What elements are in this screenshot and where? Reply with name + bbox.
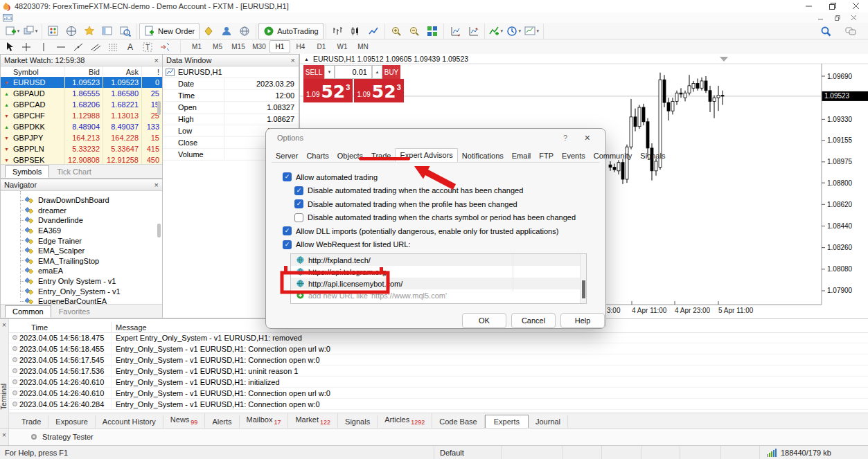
market-watch-row[interactable]: ▲GBPAUD1.865551.8658025 xyxy=(1,88,162,99)
new-chart-button[interactable]: ▾ xyxy=(3,23,21,39)
terminal-log-row[interactable]: 2023.04.05 14:56:18.455Entry_Only_System… xyxy=(9,343,868,354)
bar-chart-button[interactable] xyxy=(328,23,346,39)
close-icon[interactable]: × xyxy=(2,431,6,439)
column-time[interactable]: Time xyxy=(9,323,111,332)
navigator-item[interactable]: EMA_TrailingStop xyxy=(1,256,162,267)
market-watch-row[interactable]: ▲GBPDKK8.489048.49037133 xyxy=(1,121,162,132)
url-row[interactable]: http://fxpland.tech/ xyxy=(291,254,586,266)
crosshair-tool-button[interactable] xyxy=(17,40,35,53)
arrange-left-button[interactable] xyxy=(446,23,464,39)
add-url-row[interactable]: add new URL like 'https://www.mql5.com' xyxy=(291,289,586,301)
zoom-in-button[interactable] xyxy=(387,23,405,39)
profile-indicator[interactable]: Default xyxy=(434,446,501,459)
templates-button[interactable]: ▾ xyxy=(523,23,541,39)
terminal-tab-journal[interactable]: Journal xyxy=(529,415,568,428)
autotrading-button[interactable]: AutoTrading xyxy=(258,23,324,39)
close-button[interactable] xyxy=(844,0,868,12)
column-bid[interactable]: Bid xyxy=(64,66,103,77)
close-icon[interactable]: × xyxy=(154,57,159,64)
text-tool-button[interactable]: A xyxy=(121,40,139,53)
navigator-item[interactable]: DrawDownDshBoard xyxy=(1,195,162,206)
dialog-tab-notifications[interactable]: Notifications xyxy=(458,150,508,162)
market-watch-button[interactable] xyxy=(44,23,62,39)
terminal-tab-trade[interactable]: Trade xyxy=(15,415,48,428)
maximize-button[interactable] xyxy=(821,0,844,12)
search-icon[interactable] xyxy=(817,23,835,39)
mdi-restore-button[interactable] xyxy=(832,14,843,21)
market-watch-row[interactable]: ▲GBPCAD1.682061.6822115 xyxy=(1,99,162,110)
checkbox-checked[interactable]: ✓ xyxy=(283,240,292,249)
indicators-button[interactable]: ▾ xyxy=(487,23,505,39)
chevron-down-icon[interactable]: ▾ xyxy=(536,28,539,34)
scrollbar[interactable] xyxy=(157,101,161,115)
arrange-right-button[interactable] xyxy=(464,23,482,39)
terminal-tab-account-history[interactable]: Account History xyxy=(96,415,163,428)
dialog-tab-trade[interactable]: Trade xyxy=(367,150,395,162)
terminal-log-row[interactable]: 2023.04.05 14:56:18.475Expert Entry_Only… xyxy=(9,332,868,343)
sell-price-display[interactable]: 1.09523 xyxy=(303,79,353,102)
help-button[interactable]: Help xyxy=(560,313,605,328)
timeframe-m5[interactable]: M5 xyxy=(207,40,228,53)
tab-tick-chart[interactable]: Tick Chart xyxy=(49,165,99,178)
terminal-log-row[interactable]: 2023.04.05 14:56:17.536Entry_Only_System… xyxy=(9,366,868,377)
url-list-scrollbar[interactable] xyxy=(580,254,586,303)
column-spread[interactable]: ! xyxy=(141,66,162,77)
profiles-button[interactable]: ▾ xyxy=(21,23,39,39)
close-icon[interactable]: × xyxy=(2,321,6,329)
terminal-tab-news[interactable]: News99 xyxy=(163,413,206,428)
market-watch-row[interactable]: ▼GBPCHF1.129881.1301325 xyxy=(1,110,162,121)
terminal-tab-code-base[interactable]: Code Base xyxy=(432,415,484,428)
dialog-tab-signals[interactable]: Signals xyxy=(636,150,669,162)
horizontal-line-tool-button[interactable] xyxy=(52,40,69,53)
url-row-highlighted[interactable]: http://api.licensemybot.com/ xyxy=(291,278,586,289)
dialog-tab-events[interactable]: Events xyxy=(558,150,590,162)
timeframe-m1[interactable]: M1 xyxy=(186,40,207,53)
column-ask[interactable]: Ask xyxy=(103,66,141,77)
terminal-log-row[interactable]: 2023.04.05 14:26:40.284Entry_Only_System… xyxy=(9,399,868,410)
new-order-button[interactable]: New Order xyxy=(139,23,200,39)
url-row[interactable]: https://api.telegram.org xyxy=(291,266,586,278)
globe-button[interactable] xyxy=(236,23,254,39)
dialog-tab-ftp[interactable]: FTP xyxy=(535,150,558,162)
chevron-down-icon[interactable]: ▾ xyxy=(17,28,20,34)
cursor-tool-button[interactable] xyxy=(0,40,17,53)
strategy-tester-label[interactable]: Strategy Tester xyxy=(42,433,94,441)
label-tool-button[interactable]: T xyxy=(139,40,156,53)
navigator-item[interactable]: Dvanderlinde xyxy=(1,215,162,226)
navigator-item[interactable]: emaEA xyxy=(1,266,162,276)
timeframe-h4[interactable]: H4 xyxy=(290,40,311,53)
timeframe-h1[interactable]: H1 xyxy=(269,40,290,53)
terminal-tab-market[interactable]: Market122 xyxy=(288,413,338,428)
dialog-close-button[interactable]: × xyxy=(585,132,590,143)
chevron-down-icon[interactable]: ▾ xyxy=(35,28,38,34)
minimize-button[interactable] xyxy=(797,0,821,12)
checkbox-checked[interactable]: ✓ xyxy=(294,186,303,195)
checkbox-checked[interactable]: ✓ xyxy=(294,199,303,208)
checkbox-checked[interactable]: ✓ xyxy=(283,172,292,181)
candle-chart-button[interactable] xyxy=(346,23,364,39)
checkbox-unchecked[interactable] xyxy=(294,213,303,222)
collapse-icon[interactable]: ▲ xyxy=(304,57,309,62)
close-icon[interactable]: × xyxy=(154,181,159,189)
chevron-down-icon[interactable]: ▾ xyxy=(518,28,521,34)
chevron-down-icon[interactable]: ▾ xyxy=(500,28,503,34)
navigator-item[interactable]: EMA_Scalper xyxy=(1,246,162,256)
chat-icon[interactable] xyxy=(842,23,860,39)
periods-button[interactable]: ▾ xyxy=(505,23,523,39)
column-symbol[interactable]: Symbol xyxy=(12,68,64,76)
volume-dropdown-icon[interactable]: ▾ xyxy=(324,65,335,79)
zoom-out-button[interactable] xyxy=(405,23,423,39)
fibonacci-tool-button[interactable] xyxy=(104,40,121,53)
mdi-close-button[interactable] xyxy=(849,14,860,21)
terminal-log-row[interactable]: 2023.04.05 14:56:17.545Entry_Only_System… xyxy=(9,354,868,366)
line-chart-button[interactable] xyxy=(364,23,382,39)
dialog-help-button[interactable]: ? xyxy=(563,134,567,142)
scrollbar[interactable] xyxy=(157,224,161,237)
close-icon[interactable]: × xyxy=(291,57,295,64)
market-watch-row[interactable]: ▼GBPPLN5.332325.33647415 xyxy=(1,143,162,154)
tab-common[interactable]: Common xyxy=(5,305,51,318)
navigator-item[interactable]: Entry_Only_System - v1 xyxy=(1,286,162,296)
mdi-minimize-button[interactable] xyxy=(815,14,826,21)
timeframe-m15[interactable]: M15 xyxy=(228,40,249,53)
terminal-tab-mailbox[interactable]: Mailbox17 xyxy=(240,413,289,428)
